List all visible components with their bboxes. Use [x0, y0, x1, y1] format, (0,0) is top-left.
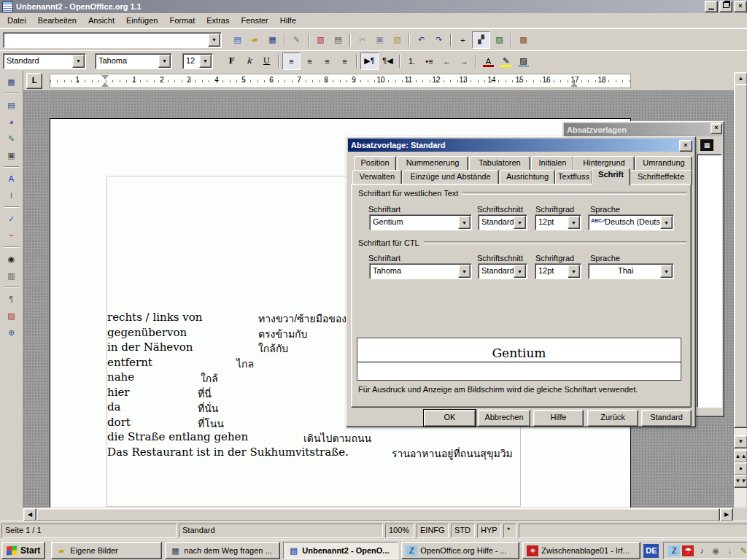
horizontal-scroll-thumb[interactable]: [36, 508, 720, 521]
status-segment[interactable]: *: [503, 524, 516, 538]
style-dropdown-arrow[interactable]: ▼: [72, 55, 85, 68]
insert-fields-icon[interactable]: ▤: [3, 98, 20, 112]
tab-type-selector[interactable]: L: [26, 73, 42, 89]
align-center-button[interactable]: ≡: [301, 53, 318, 69]
scroll-right-icon[interactable]: ▶: [720, 508, 733, 521]
cut-icon[interactable]: ✂: [354, 32, 371, 48]
update-icon[interactable]: ↓: [724, 545, 735, 556]
redo-icon[interactable]: ↷: [430, 32, 447, 48]
taskbar-unbenannt2[interactable]: ▤ Unbenannt2 - OpenO...: [283, 542, 398, 559]
dropdown-arrow-icon[interactable]: ▼: [514, 216, 526, 229]
underline-button[interactable]: U: [258, 53, 275, 69]
font-dropdown-arrow[interactable]: ▼: [158, 55, 171, 68]
font-name-combobox[interactable]: Tahoma ▼: [95, 53, 172, 69]
navigation-icon[interactable]: ●: [734, 462, 747, 475]
taskbar-ooo-hilfe[interactable]: Z OpenOffice.org Hilfe - ...: [401, 542, 519, 559]
menu-item[interactable]: Extras: [201, 15, 235, 26]
help-button[interactable]: Hilfe: [533, 410, 584, 427]
tab-schrift[interactable]: Schrift: [592, 168, 630, 186]
menu-item[interactable]: Hilfe: [274, 15, 302, 26]
taskbar-weg-fragen[interactable]: ▦ nach dem Weg fragen ...: [165, 542, 280, 559]
data-sources-icon[interactable]: ▥: [3, 268, 20, 283]
left-indent-marker[interactable]: [101, 82, 109, 87]
tab-umrandung[interactable]: Umrandung: [635, 156, 692, 171]
font-color-button[interactable]: A: [480, 53, 497, 69]
tab-textfluss[interactable]: Textfluss: [555, 170, 592, 185]
quickstarter-icon[interactable]: Z: [668, 545, 680, 556]
tab-ausrichtung[interactable]: Ausrichtung: [500, 170, 555, 185]
background-color-button[interactable]: ▨: [515, 53, 532, 69]
status-segment[interactable]: 100%: [385, 524, 414, 538]
status-segment[interactable]: HYP: [477, 524, 501, 538]
insert-form-icon[interactable]: ▣: [3, 148, 20, 163]
back-button[interactable]: Zurück: [587, 410, 638, 427]
insert-graphics-icon[interactable]: ▩: [515, 32, 532, 48]
status-segment[interactable]: Seite 1 / 1: [1, 524, 177, 538]
numbering-button[interactable]: 1.: [403, 53, 420, 69]
draw-functions-icon[interactable]: ✎: [3, 131, 20, 146]
first-line-indent-marker[interactable]: [101, 75, 109, 79]
find-replace-icon[interactable]: ◉: [3, 252, 20, 266]
insert-object-icon[interactable]: ◕: [3, 114, 20, 129]
scroll-down-icon[interactable]: ▼: [734, 435, 747, 448]
taskbar-eigene-bilder[interactable]: ▰ Eigene Bilder: [51, 542, 162, 559]
decrease-indent-button[interactable]: ←: [438, 53, 455, 69]
align-left-button[interactable]: ≡: [282, 52, 301, 70]
save-icon[interactable]: ▦: [264, 32, 281, 48]
ctl-style-combobox[interactable]: Standard ▼: [478, 263, 527, 279]
western-size-combobox[interactable]: 12pt ▼: [535, 214, 581, 230]
tab-einzuege[interactable]: Einzüge und Abstände: [402, 170, 499, 185]
western-style-combobox[interactable]: Standard ▼: [478, 214, 527, 230]
horizontal-ruler[interactable]: 1123456789101112131415161718: [50, 74, 631, 88]
restore-button[interactable]: [719, 1, 732, 12]
menu-item[interactable]: Format: [163, 15, 201, 26]
tab-tabulatoren[interactable]: Tabulatoren: [469, 156, 530, 171]
highlight-button[interactable]: ✎: [498, 53, 514, 69]
dialog-close-icon[interactable]: ×: [679, 140, 692, 152]
cancel-button[interactable]: Abbrechen: [478, 410, 530, 427]
paragraph-style-combobox[interactable]: Standard ▼: [3, 53, 86, 69]
url-combobox[interactable]: ▼: [3, 32, 222, 48]
dropdown-arrow-icon[interactable]: ▼: [660, 265, 673, 278]
copy-icon[interactable]: ▣: [371, 32, 388, 48]
url-dropdown-arrow[interactable]: ▼: [208, 34, 220, 47]
paste-icon[interactable]: ▧: [389, 32, 406, 48]
rtl-button[interactable]: ¶◀: [379, 53, 396, 69]
status-segment[interactable]: STD: [451, 524, 475, 538]
mouse-icon[interactable]: ◉: [710, 545, 721, 556]
align-justify-button[interactable]: ≡: [336, 53, 353, 69]
keyboard-layout-badge[interactable]: DE: [643, 544, 659, 558]
online-layout-icon[interactable]: ⊕: [3, 325, 20, 340]
menu-item[interactable]: Einfügen: [120, 15, 163, 26]
edit-file-icon[interactable]: ✎: [288, 32, 305, 48]
status-segment[interactable]: [519, 524, 747, 538]
antivirus-icon[interactable]: ☂: [682, 545, 694, 556]
size-dropdown-arrow[interactable]: ▼: [199, 55, 212, 68]
menu-item[interactable]: Fenster: [235, 15, 274, 26]
auto-spellcheck-icon[interactable]: ~: [3, 228, 20, 243]
western-font-combobox[interactable]: Gentium ▼: [369, 214, 472, 230]
ltr-button[interactable]: ▶¶: [360, 52, 379, 70]
align-right-button[interactable]: ≡: [319, 53, 336, 69]
navigator-icon[interactable]: +: [454, 32, 471, 48]
dropdown-arrow-icon[interactable]: ▼: [660, 216, 673, 229]
ctl-size-combobox[interactable]: 12pt ▼: [535, 263, 581, 279]
volume-icon[interactable]: ♪: [696, 545, 708, 556]
graphics-toggle-icon[interactable]: ▨: [3, 308, 20, 323]
next-page-icon[interactable]: ▼▼: [734, 475, 747, 488]
tab-schrifteffekte[interactable]: Schrifteffekte: [630, 170, 692, 185]
status-segment[interactable]: Standard: [179, 524, 383, 538]
close-button[interactable]: ×: [734, 1, 747, 12]
vertical-scroll-thumb[interactable]: [734, 84, 747, 428]
tab-position[interactable]: Position: [354, 156, 396, 171]
pen-tool-icon[interactable]: ✎: [738, 545, 747, 556]
minimize-button[interactable]: ▁: [705, 1, 718, 12]
tab-initialen[interactable]: Initialen: [531, 156, 574, 171]
ctl-language-combobox[interactable]: Thai ▼: [588, 263, 674, 279]
bullets-button[interactable]: •≡: [421, 53, 438, 69]
dropdown-arrow-icon[interactable]: ▼: [514, 265, 526, 278]
insert-table-icon[interactable]: ▦: [3, 74, 20, 89]
new-document-icon[interactable]: ▤: [229, 32, 246, 48]
ctl-font-combobox[interactable]: Tahoma ▼: [369, 263, 472, 279]
standard-button[interactable]: Standard: [641, 410, 692, 427]
